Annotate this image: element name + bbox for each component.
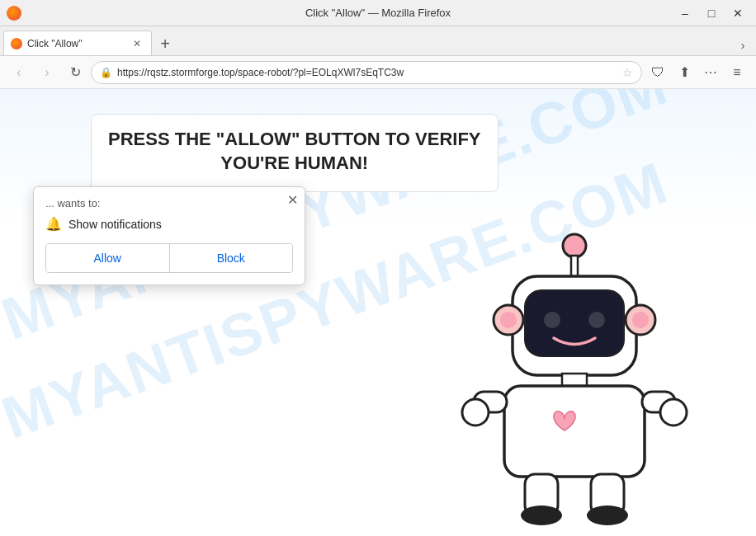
notification-buttons: Allow Block [45, 243, 293, 273]
robot-illustration [442, 223, 706, 536]
url-text: https://rqstz.stormforge.top/space-robot… [117, 67, 617, 78]
svg-point-9 [500, 312, 517, 328]
notification-popup: ✕ ... wants to: 🔔 Show notifications All… [33, 186, 305, 285]
notification-item-label: Show notifications [69, 218, 162, 231]
titlebar: Click "Allow" — Mozilla Firefox – □ ✕ [0, 0, 756, 26]
block-button[interactable]: Block [170, 244, 293, 272]
tab-close-button[interactable]: ✕ [130, 36, 144, 51]
bell-icon: 🔔 [45, 216, 62, 232]
page-main-text: PRESS THE "ALLOW" BUTTON TO VERIFY YOU'R… [108, 128, 481, 175]
tab-favicon-icon [11, 38, 22, 49]
navbar: ‹ › ↻ 🔒 https://rqstz.stormforge.top/spa… [0, 56, 756, 89]
firefox-logo-icon [7, 6, 21, 21]
titlebar-title: Click "Allow" — Mozilla Firefox [305, 7, 451, 19]
notification-close-button[interactable]: ✕ [287, 194, 298, 207]
browser-content: MYANTISPYWARE.COM MYANTISPYWARE.COM PRES… [0, 89, 756, 536]
svg-point-15 [462, 399, 489, 426]
svg-point-0 [563, 234, 586, 257]
extensions-button[interactable]: ⋯ [698, 60, 723, 85]
forward-button[interactable]: › [35, 60, 59, 85]
svg-point-21 [587, 505, 628, 525]
tab-label: Click "Allow" [27, 38, 125, 49]
menu-button[interactable]: ≡ [725, 60, 749, 85]
svg-point-11 [632, 312, 649, 328]
share-button[interactable]: ⬆ [672, 60, 697, 85]
notification-wants-text: ... wants to: [45, 197, 293, 209]
allow-button[interactable]: Allow [46, 244, 170, 272]
new-tab-button[interactable]: + [154, 32, 177, 55]
svg-point-17 [660, 399, 687, 426]
bookmark-icon[interactable]: ☆ [622, 66, 633, 79]
svg-rect-13 [504, 386, 645, 477]
svg-point-6 [544, 312, 560, 328]
svg-point-7 [588, 312, 605, 328]
back-button[interactable]: ‹ [7, 60, 31, 85]
close-button[interactable]: ✕ [726, 5, 749, 21]
toolbar-right: 🛡 ⬆ ⋯ ≡ [645, 60, 749, 85]
tabbar: Click "Allow" ✕ + › [0, 26, 756, 56]
maximize-button[interactable]: □ [700, 5, 723, 21]
minimize-button[interactable]: – [673, 5, 697, 21]
svg-point-19 [521, 505, 562, 525]
titlebar-left: Click "Allow" — Mozilla Firefox [7, 6, 21, 21]
active-tab[interactable]: Click "Allow" ✕ [3, 31, 152, 55]
shield-button[interactable]: 🛡 [645, 60, 670, 85]
speech-bubble: PRESS THE "ALLOW" BUTTON TO VERIFY YOU'R… [91, 114, 498, 192]
tab-list-button[interactable]: › [733, 35, 753, 55]
security-icon: 🔒 [100, 67, 112, 78]
notification-item: 🔔 Show notifications [45, 216, 293, 232]
reload-button[interactable]: ↻ [63, 60, 87, 85]
titlebar-controls: – □ ✕ [673, 5, 749, 21]
tab-overflow-area: › [733, 35, 753, 55]
address-bar[interactable]: 🔒 https://rqstz.stormforge.top/space-rob… [91, 61, 642, 84]
robot-svg [442, 223, 706, 536]
